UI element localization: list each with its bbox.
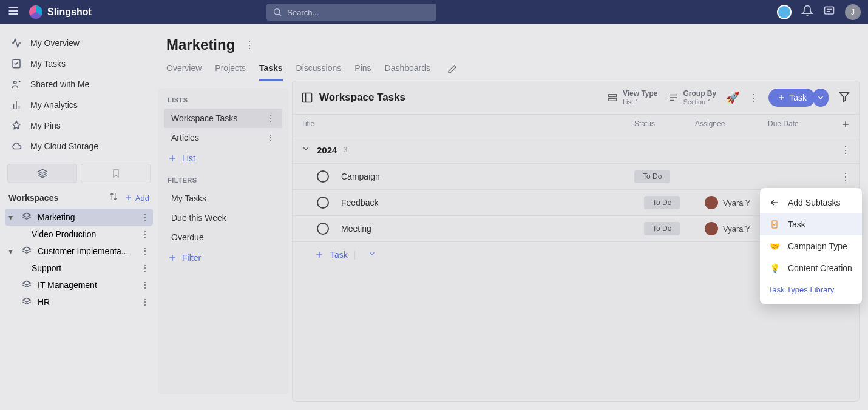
nav-shared[interactable]: Shared with Me xyxy=(5,74,153,95)
status-chip[interactable]: To Do xyxy=(634,170,670,183)
col-assignee: Assignee xyxy=(695,119,768,131)
menu-item-task[interactable]: Task xyxy=(760,213,862,235)
tab-overview[interactable]: Overview xyxy=(166,59,202,81)
segment-layers[interactable] xyxy=(7,164,77,183)
filter-my-tasks[interactable]: My Tasks xyxy=(164,189,282,208)
svg-marker-13 xyxy=(38,169,46,173)
search-box[interactable] xyxy=(266,4,436,21)
tab-projects[interactable]: Projects xyxy=(215,59,246,81)
add-task-button[interactable]: Task xyxy=(768,89,815,107)
add-workspace-button[interactable]: Add xyxy=(124,193,149,203)
nav-my-overview[interactable]: My Overview xyxy=(5,33,153,53)
col-due: Due Date xyxy=(768,119,841,131)
search-input[interactable] xyxy=(287,8,430,17)
presence-avatar[interactable] xyxy=(777,5,792,19)
app-logo[interactable]: Slingshot xyxy=(29,5,92,19)
more-dots-icon[interactable]: ⋮ xyxy=(141,263,149,273)
add-filter-button[interactable]: Filter xyxy=(160,247,286,269)
workspace-marketing[interactable]: ▾ Marketing ⋮ xyxy=(5,209,153,226)
layers-icon xyxy=(22,246,32,256)
caret-down-icon[interactable]: ▾ xyxy=(8,212,16,222)
add-list-label: List xyxy=(182,153,195,163)
row-more-icon[interactable]: ⋮ xyxy=(841,171,850,183)
more-dots-icon[interactable]: ⋮ xyxy=(141,212,149,222)
more-dots-icon[interactable]: ⋮ xyxy=(141,280,149,290)
group-more-icon[interactable]: ⋮ xyxy=(841,144,850,156)
task-complete-toggle[interactable] xyxy=(317,197,329,209)
menu-item-campaign-type[interactable]: 🤝 Campaign Type xyxy=(760,235,862,257)
more-dots-icon[interactable]: ⋮ xyxy=(266,133,275,143)
add-task-caret[interactable] xyxy=(813,89,829,107)
svg-marker-19 xyxy=(22,298,30,302)
filter-label: Overdue xyxy=(171,232,204,242)
svg-rect-5 xyxy=(824,7,833,14)
workspace-it-management[interactable]: ▾ IT Management ⋮ xyxy=(5,277,153,294)
filter-overdue[interactable]: Overdue xyxy=(164,227,282,247)
bell-icon[interactable] xyxy=(801,5,813,19)
more-dots-icon[interactable]: ⋮ xyxy=(266,113,275,123)
list-articles[interactable]: Articles⋮ xyxy=(164,128,282,147)
group-count: 3 xyxy=(343,146,347,154)
page-more-icon[interactable]: ⋮ xyxy=(245,39,254,51)
status-chip[interactable]: To Do xyxy=(644,222,680,235)
hamburger-icon[interactable] xyxy=(7,5,19,19)
chevron-down-icon[interactable] xyxy=(301,144,311,156)
add-task-inline-caret[interactable] xyxy=(368,249,376,260)
svg-point-3 xyxy=(274,9,280,15)
task-row[interactable]: Campaign To Do ⋮ xyxy=(293,164,859,190)
tab-discussions[interactable]: Discussions xyxy=(296,59,342,81)
more-dots-icon[interactable]: ⋮ xyxy=(141,246,149,256)
nav-pins[interactable]: My Pins xyxy=(5,115,153,136)
workspace-label: HR xyxy=(38,297,50,307)
workspace-sub-label: Video Production xyxy=(32,229,96,239)
menu-item-content-creation[interactable]: 💡 Content Creation xyxy=(760,257,862,279)
more-dots-icon[interactable]: ⋮ xyxy=(141,297,149,307)
layers-icon xyxy=(22,212,32,222)
tasks-card-header: Workspace Tasks View TypeList ˅ Group By… xyxy=(293,81,859,115)
edit-tabs-icon[interactable] xyxy=(447,64,457,76)
tab-dashboards[interactable]: Dashboards xyxy=(385,59,431,81)
nav-analytics[interactable]: My Analytics xyxy=(5,95,153,115)
tab-tasks[interactable]: Tasks xyxy=(259,59,283,81)
task-complete-toggle[interactable] xyxy=(317,170,329,183)
nav-cloud[interactable]: My Cloud Storage xyxy=(5,136,153,156)
add-label: Add xyxy=(135,193,149,203)
task-complete-toggle[interactable] xyxy=(317,223,329,235)
view-type-value: List xyxy=(623,98,633,106)
workspace-sub-support[interactable]: Support ⋮ xyxy=(5,260,153,277)
tasks-card-title: Workspace Tasks xyxy=(319,92,405,104)
workspace-sub-video-production[interactable]: Video Production ⋮ xyxy=(5,226,153,243)
svg-marker-33 xyxy=(840,92,849,101)
tab-pins[interactable]: Pins xyxy=(354,59,371,81)
user-avatar[interactable]: J xyxy=(845,4,861,20)
workspaces-label: Workspaces xyxy=(8,193,58,203)
panel-icon xyxy=(301,92,313,104)
svg-rect-27 xyxy=(608,99,617,101)
menu-link-task-types-library[interactable]: Task Types Library xyxy=(760,279,862,300)
nav-my-tasks[interactable]: My Tasks xyxy=(5,53,153,74)
workspaces-header: Workspaces Add xyxy=(5,189,153,209)
workspace-hr[interactable]: ▾ HR ⋮ xyxy=(5,294,153,311)
nav-label: My Tasks xyxy=(30,59,66,69)
view-type-control[interactable]: View TypeList ˅ xyxy=(607,90,658,105)
filter-due-this-week[interactable]: Due this Week xyxy=(164,208,282,227)
list-workspace-tasks[interactable]: Workspace Tasks⋮ xyxy=(164,109,282,128)
menu-header[interactable]: Add Subtasks xyxy=(760,192,862,213)
group-by-control[interactable]: Group BySection ˅ xyxy=(668,90,717,105)
more-dots-icon[interactable]: ⋮ xyxy=(141,229,149,239)
filter-icon[interactable] xyxy=(838,90,850,105)
chat-icon[interactable] xyxy=(823,5,835,19)
rocket-icon[interactable]: 🚀 xyxy=(726,91,739,104)
caret-down-icon[interactable]: ▾ xyxy=(8,246,16,256)
segment-bookmark[interactable] xyxy=(81,164,151,183)
workspace-customer-implementation[interactable]: ▾ Customer Implementa... ⋮ xyxy=(5,243,153,260)
lists-section-label: LISTS xyxy=(160,96,286,109)
add-list-button[interactable]: List xyxy=(160,147,286,169)
clipboard-icon xyxy=(768,220,781,229)
group-2024-header[interactable]: 2024 3 ⋮ xyxy=(293,136,859,164)
header-more-icon[interactable]: ⋮ xyxy=(749,92,759,104)
sort-icon[interactable] xyxy=(109,192,118,204)
add-task-label: Task xyxy=(789,93,807,102)
status-chip[interactable]: To Do xyxy=(644,196,680,209)
add-column-icon[interactable] xyxy=(841,119,850,131)
